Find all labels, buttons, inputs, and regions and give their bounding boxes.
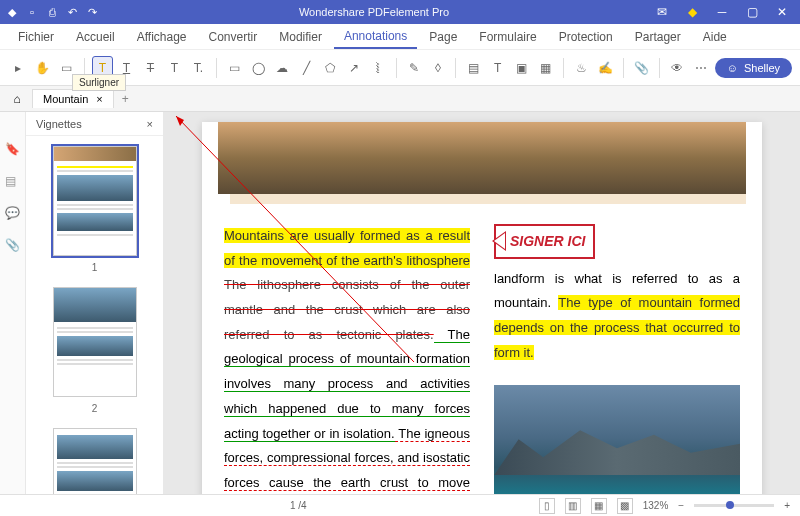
minimize-icon[interactable]: ─: [708, 2, 736, 22]
menu-formulaire[interactable]: Formulaire: [469, 26, 546, 48]
single-page-view-icon[interactable]: ▯: [539, 498, 555, 514]
menu-accueil[interactable]: Accueil: [66, 26, 125, 48]
mountain-photo: [494, 385, 740, 494]
left-column: Mountains are usually formed as a result…: [224, 224, 470, 494]
left-sidebar: 🔖 ▤ 💬 📎: [0, 112, 26, 494]
line-shape-icon[interactable]: ╱: [296, 56, 317, 80]
menu-fichier[interactable]: Fichier: [8, 26, 64, 48]
rectangle-shape-icon[interactable]: ▭: [224, 56, 245, 80]
cloud-shape-icon[interactable]: ☁: [272, 56, 293, 80]
signature-tool-icon[interactable]: ✍: [595, 56, 616, 80]
attachments-icon[interactable]: 📎: [5, 238, 21, 254]
tab-close-icon[interactable]: ×: [96, 93, 102, 105]
menu-convertir[interactable]: Convertir: [199, 26, 268, 48]
app-title: Wondershare PDFelement Pro: [100, 6, 648, 18]
page-info[interactable]: 1 /4: [290, 500, 307, 511]
tab-label: Mountain: [43, 93, 88, 105]
stamp-tool-icon[interactable]: ♨: [571, 56, 592, 80]
note-tool-icon[interactable]: ▤: [463, 56, 484, 80]
menu-annotations[interactable]: Annotations: [334, 25, 417, 49]
zoom-slider[interactable]: [694, 504, 774, 507]
user-badge[interactable]: ☺ Shelley: [715, 58, 792, 78]
thumbnails-icon[interactable]: ▤: [5, 174, 21, 190]
right-column: SIGNER ICI landform is what is referred …: [494, 224, 740, 494]
maximize-icon[interactable]: ▢: [738, 2, 766, 22]
hero-image: [218, 122, 746, 194]
zoom-value: 132%: [643, 500, 669, 511]
user-icon: ☺: [727, 62, 738, 74]
thumbnail-page-1[interactable]: [53, 146, 137, 256]
document-viewport[interactable]: Mountains are usually formed as a result…: [164, 112, 800, 494]
save-icon[interactable]: ▫: [24, 4, 40, 20]
print-icon[interactable]: ⎙: [44, 4, 60, 20]
hide-annotations-icon[interactable]: 👁: [667, 56, 688, 80]
status-bar: 1 /4 ▯ ▥ ▦ ▩ 132% − +: [0, 494, 800, 516]
user-label: Shelley: [744, 62, 780, 74]
pencil-tool-icon[interactable]: ✎: [403, 56, 424, 80]
tab-mountain[interactable]: Mountain ×: [32, 89, 114, 108]
two-page-view-icon[interactable]: ▦: [591, 498, 607, 514]
menu-modifier[interactable]: Modifier: [269, 26, 332, 48]
comments-panel-icon[interactable]: ⋯: [691, 56, 712, 80]
highlight-tooltip: Surligner: [72, 74, 126, 91]
thumbnail-page-2[interactable]: [53, 287, 137, 397]
svg-marker-1: [176, 116, 184, 126]
menu-page[interactable]: Page: [419, 26, 467, 48]
attachment-tool-icon[interactable]: 📎: [631, 56, 652, 80]
sign-here-stamp[interactable]: SIGNER ICI: [494, 224, 595, 259]
page-1: Mountains are usually formed as a result…: [202, 122, 762, 494]
continuous-view-icon[interactable]: ▥: [565, 498, 581, 514]
callout-tool-icon[interactable]: ▣: [511, 56, 532, 80]
thumbnails-title: Vignettes: [36, 118, 82, 130]
area-highlight-icon[interactable]: ▦: [535, 56, 556, 80]
thumbnail-page-3[interactable]: [53, 428, 137, 494]
squiggly-tool-icon[interactable]: T: [164, 56, 185, 80]
redo-icon[interactable]: ↷: [84, 4, 100, 20]
undo-icon[interactable]: ↶: [64, 4, 80, 20]
eraser-tool-icon[interactable]: ◊: [427, 56, 448, 80]
menu-affichage[interactable]: Affichage: [127, 26, 197, 48]
menu-aide[interactable]: Aide: [693, 26, 737, 48]
connected-lines-icon[interactable]: ⦚: [368, 56, 389, 80]
thumbnail-number: 1: [26, 262, 163, 273]
caret-tool-icon[interactable]: T.: [188, 56, 209, 80]
thumbnails-close-icon[interactable]: ×: [147, 118, 153, 130]
zoom-out-button[interactable]: −: [678, 500, 684, 511]
menu-bar: Fichier Accueil Affichage Convertir Modi…: [0, 24, 800, 50]
close-icon[interactable]: ✕: [768, 2, 796, 22]
hand-tool-icon[interactable]: ✋: [32, 56, 53, 80]
oval-shape-icon[interactable]: ◯: [248, 56, 269, 80]
highlighted-text[interactable]: Mountains are usually formed as a result…: [224, 228, 470, 268]
menu-protection[interactable]: Protection: [549, 26, 623, 48]
zoom-in-button[interactable]: +: [784, 500, 790, 511]
notification-icon[interactable]: ◆: [678, 2, 706, 22]
strikethrough-tool-icon[interactable]: T: [140, 56, 161, 80]
select-tool-icon[interactable]: ▸: [8, 56, 29, 80]
textbox-tool-icon[interactable]: T: [487, 56, 508, 80]
title-bar: ◆ ▫ ⎙ ↶ ↷ Wondershare PDFelement Pro ✉ ◆…: [0, 0, 800, 24]
app-logo-icon: ◆: [4, 4, 20, 20]
underlined-text[interactable]: The geological process of mountain forma…: [224, 327, 470, 442]
bookmarks-icon[interactable]: 🔖: [5, 142, 21, 158]
comments-icon[interactable]: 💬: [5, 206, 21, 222]
toolbar: ▸ ✋ ▭ T T T T T. ▭ ◯ ☁ ╱ ⬠ ↗ ⦚ ✎ ◊ ▤ T ▣…: [0, 50, 800, 86]
add-tab-icon[interactable]: +: [114, 92, 137, 106]
arrow-shape-icon[interactable]: ↗: [344, 56, 365, 80]
thumbnail-number: 2: [26, 403, 163, 414]
home-tab-icon[interactable]: ⌂: [6, 88, 28, 110]
thumbnails-panel: Vignettes × 1 2 3: [26, 112, 164, 494]
menu-partager[interactable]: Partager: [625, 26, 691, 48]
mail-icon[interactable]: ✉: [648, 2, 676, 22]
polygon-shape-icon[interactable]: ⬠: [320, 56, 341, 80]
two-page-continuous-icon[interactable]: ▩: [617, 498, 633, 514]
